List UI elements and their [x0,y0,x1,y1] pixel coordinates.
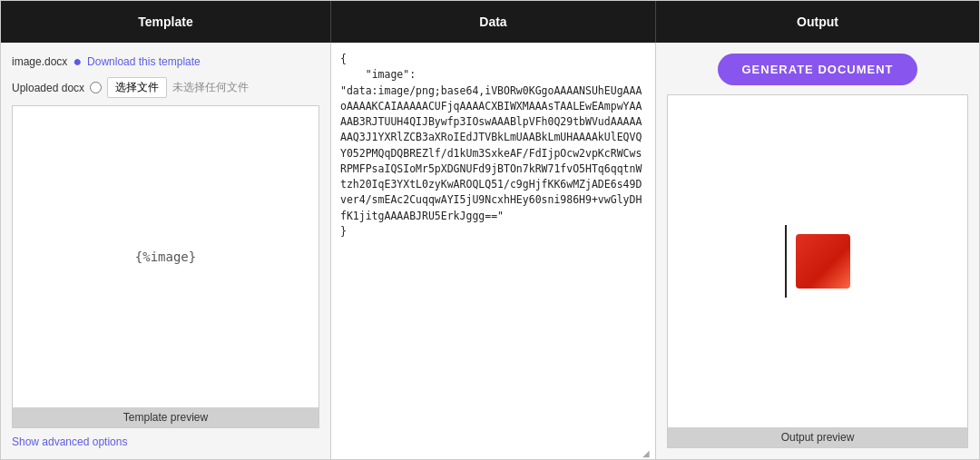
template-placeholder-text: {%image} [135,250,196,264]
output-preview-label: Output preview [668,427,967,447]
page-wrapper: Template Data Output image.docx ● Downlo… [0,0,980,460]
file-info-row: image.docx ● Download this template [12,54,319,70]
header-row: Template Data Output [1,1,979,43]
template-column: image.docx ● Download this template Uplo… [1,43,331,459]
vertical-line-decoration [785,225,787,298]
resize-handle[interactable]: ◢ [642,448,652,457]
no-file-label: 未选择任何文件 [172,80,249,95]
data-column: ◢ [331,43,656,459]
advanced-options-link[interactable]: Show advanced options [12,436,319,448]
choose-file-button[interactable]: 选择文件 [107,77,167,98]
template-header-label: Template [138,15,192,29]
output-image-mock [785,225,850,298]
data-textarea[interactable] [331,43,655,459]
file-name-label: image.docx [12,55,67,68]
data-header: Data [331,1,656,43]
output-header-label: Output [797,15,838,29]
red-square-preview [796,234,850,289]
download-template-link[interactable]: Download this template [87,55,201,68]
upload-label: Uploaded docx [12,82,84,94]
upload-row: Uploaded docx 选择文件 未选择任何文件 [12,77,319,98]
template-header: Template [1,1,331,43]
generate-document-button[interactable]: GENERATE DOCUMENT [718,54,917,85]
output-header: Output [656,1,979,43]
upload-radio[interactable] [90,82,102,93]
output-column: GENERATE DOCUMENT Output preview [656,43,979,459]
content-row: image.docx ● Download this template Uplo… [1,43,979,459]
file-status-dot: ● [73,54,82,70]
template-preview-box: {%image} Template preview [12,105,319,428]
data-header-label: Data [479,15,506,29]
output-preview-content [668,95,967,427]
template-preview-content: {%image} [13,106,318,407]
template-preview-label: Template preview [13,407,318,427]
output-preview-box: Output preview [667,94,968,448]
